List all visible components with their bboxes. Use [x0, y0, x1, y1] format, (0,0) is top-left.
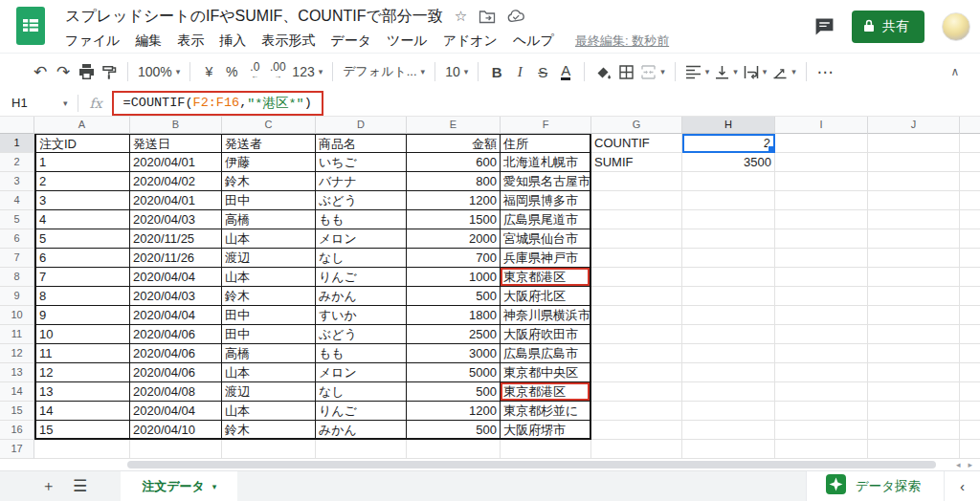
- cell-C5[interactable]: 高橋: [222, 210, 316, 229]
- print-button[interactable]: [75, 59, 98, 84]
- row-header-12[interactable]: 12: [0, 344, 34, 363]
- cell-H14[interactable]: [682, 382, 775, 402]
- row-header-13[interactable]: 13: [0, 363, 34, 382]
- cell-J5[interactable]: [868, 210, 960, 229]
- cloud-status-icon[interactable]: [507, 10, 525, 23]
- cell-I15[interactable]: [775, 402, 868, 421]
- cell-F2[interactable]: 北海道札幌市: [501, 153, 591, 172]
- row-header-10[interactable]: 10: [0, 306, 34, 325]
- cell-I8[interactable]: [775, 268, 868, 287]
- cell-G17[interactable]: [591, 440, 682, 459]
- cell-A4[interactable]: 3: [34, 191, 130, 210]
- bold-button[interactable]: B: [485, 59, 508, 84]
- cell-C14[interactable]: 渡辺: [222, 382, 316, 402]
- cell-H13[interactable]: [682, 363, 775, 382]
- menu-item-help[interactable]: ヘルプ: [505, 31, 562, 52]
- cell-D3[interactable]: バナナ: [316, 172, 407, 191]
- cell-A8[interactable]: 7: [34, 268, 130, 287]
- cell-D7[interactable]: なし: [316, 249, 407, 268]
- scroll-right-icon[interactable]: ▸: [968, 460, 972, 469]
- cell-G16[interactable]: [591, 421, 682, 440]
- row-header-8[interactable]: 8: [0, 268, 34, 287]
- cell-B15[interactable]: 2020/04/04: [130, 402, 222, 421]
- menu-item-data[interactable]: データ: [323, 31, 379, 52]
- cell-J2[interactable]: [868, 153, 960, 172]
- redo-button[interactable]: ↷: [52, 59, 75, 84]
- menu-item-edit[interactable]: 編集: [127, 31, 169, 52]
- row-header-1[interactable]: 1: [0, 134, 34, 153]
- cell-C7[interactable]: 渡辺: [222, 249, 316, 268]
- cell-A9[interactable]: 8: [34, 287, 130, 306]
- cell-F17[interactable]: [501, 440, 591, 459]
- cell-B13[interactable]: 2020/04/06: [130, 363, 222, 382]
- row-header-3[interactable]: 3: [0, 172, 34, 191]
- cell-C8[interactable]: 山本: [222, 268, 316, 287]
- row-header-17[interactable]: 17: [0, 440, 34, 459]
- font-family-select[interactable]: デフォルト...▾: [340, 59, 428, 84]
- name-box-dropdown-icon[interactable]: ▾: [63, 98, 68, 108]
- cell-K1[interactable]: [960, 134, 980, 153]
- cell-D13[interactable]: メロン: [316, 363, 407, 382]
- cell-G12[interactable]: [591, 344, 682, 363]
- cell-J4[interactable]: [868, 191, 960, 210]
- cell-C13[interactable]: 山本: [222, 363, 316, 382]
- sheet-tab-active[interactable]: 注文データ ▾: [121, 471, 237, 501]
- cell-E4[interactable]: 1200: [407, 191, 501, 210]
- cell-K3[interactable]: [960, 172, 980, 191]
- cell-I4[interactable]: [775, 191, 868, 210]
- cell-H5[interactable]: [682, 210, 775, 229]
- cell-D2[interactable]: いちご: [316, 153, 407, 172]
- cell-F14[interactable]: 東京都港区: [501, 382, 591, 402]
- cell-E1[interactable]: 金額: [407, 134, 501, 153]
- cell-E16[interactable]: 500: [407, 421, 501, 440]
- cell-J17[interactable]: [868, 440, 960, 459]
- cell-B9[interactable]: 2020/04/03: [130, 287, 222, 306]
- cell-F6[interactable]: 宮城県仙台市: [501, 229, 591, 249]
- percent-format-button[interactable]: %: [220, 59, 243, 84]
- row-header-4[interactable]: 4: [0, 191, 34, 210]
- cell-K6[interactable]: [960, 229, 980, 249]
- cell-B3[interactable]: 2020/04/02: [130, 172, 222, 191]
- horizontal-scrollbar-thumb[interactable]: [127, 461, 936, 468]
- cell-H11[interactable]: [682, 325, 775, 344]
- paint-format-button[interactable]: [98, 59, 121, 84]
- text-wrap-select[interactable]: ▾: [741, 59, 770, 84]
- text-rotation-select[interactable]: ▾: [769, 59, 799, 84]
- number-format-select[interactable]: 123▾: [289, 59, 325, 84]
- cell-K7[interactable]: [960, 249, 980, 268]
- cell-E12[interactable]: 3000: [407, 344, 501, 363]
- cell-F8[interactable]: 東京都港区: [501, 268, 591, 287]
- cell-I7[interactable]: [775, 249, 868, 268]
- cell-C16[interactable]: 鈴木: [222, 421, 316, 440]
- sheets-logo-icon[interactable]: [16, 7, 45, 45]
- strikethrough-button[interactable]: S: [531, 59, 554, 84]
- cell-J1[interactable]: [868, 134, 960, 153]
- user-avatar[interactable]: [942, 12, 970, 41]
- column-header-E[interactable]: E: [407, 117, 501, 134]
- cell-E9[interactable]: 500: [407, 287, 501, 306]
- cell-K17[interactable]: [960, 440, 980, 459]
- cell-E5[interactable]: 1500: [407, 210, 501, 229]
- italic-button[interactable]: I: [508, 59, 531, 84]
- column-header-A[interactable]: A: [34, 117, 130, 134]
- cell-K15[interactable]: [960, 402, 980, 421]
- cell-B2[interactable]: 2020/04/01: [130, 153, 222, 172]
- cell-I14[interactable]: [775, 382, 868, 402]
- cell-C11[interactable]: 田中: [222, 325, 316, 344]
- cell-D6[interactable]: メロン: [316, 229, 407, 249]
- cell-E14[interactable]: 500: [407, 382, 501, 402]
- cell-J3[interactable]: [868, 172, 960, 191]
- cell-I17[interactable]: [775, 440, 868, 459]
- cell-I3[interactable]: [775, 172, 868, 191]
- cell-D9[interactable]: みかん: [316, 287, 407, 306]
- font-size-select[interactable]: 10▾: [442, 59, 471, 84]
- cell-C3[interactable]: 鈴木: [222, 172, 316, 191]
- row-header-9[interactable]: 9: [0, 287, 34, 306]
- collapse-toolbar-button[interactable]: ∧: [944, 59, 967, 84]
- cell-C15[interactable]: 山本: [222, 402, 316, 421]
- cell-C9[interactable]: 鈴木: [222, 287, 316, 306]
- cell-E2[interactable]: 600: [407, 153, 501, 172]
- cell-B12[interactable]: 2020/04/06: [130, 344, 222, 363]
- text-color-button[interactable]: A: [554, 59, 577, 84]
- cell-H16[interactable]: [682, 421, 775, 440]
